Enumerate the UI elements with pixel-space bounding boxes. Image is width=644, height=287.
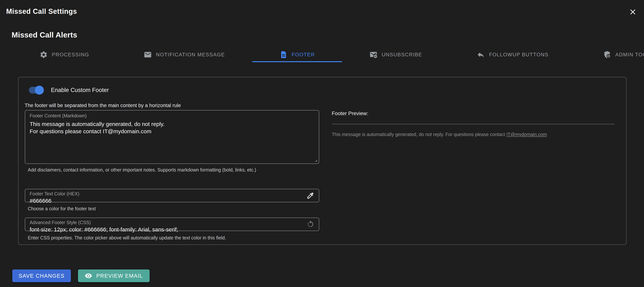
tab-label: ADMIN TOOLS [615, 52, 644, 58]
active-tab-underline [252, 61, 342, 62]
tab-admin-tools[interactable]: ADMIN TOOLS [576, 48, 644, 62]
preview-email-label: PREVIEW EMAIL [96, 273, 143, 279]
footer-css-helper: Enter CSS properties. The color picker a… [28, 235, 226, 240]
footer-css-label: Advanced Footer Style (CSS) [30, 220, 314, 225]
footer-color-helper: Choose a color for the footer text [28, 206, 96, 212]
document-icon [280, 50, 288, 59]
eyedropper-icon [306, 192, 314, 200]
tab-notification-message[interactable]: NOTIFICATION MESSAGE [116, 48, 252, 62]
preview-email-button[interactable]: PREVIEW EMAIL [78, 270, 150, 282]
preview-text-body: This message is automatically generated,… [332, 132, 506, 137]
footer-settings-panel: Enable Custom Footer The footer will be … [18, 77, 626, 245]
tab-unsubscribe[interactable]: UNSUBSCRIBE [342, 48, 450, 62]
footer-content-helper: Add disclaimers, contact information, or… [28, 167, 256, 172]
reply-arrow-icon [477, 50, 485, 59]
footer-css-value: font-size: 12px; color: #666666; font-fa… [30, 226, 314, 233]
page-title: Missed Call Settings [6, 8, 77, 16]
enable-custom-footer-row: Enable Custom Footer [29, 86, 109, 95]
missed-call-settings-dialog: Missed Call Settings Missed Call Alerts … [0, 0, 644, 287]
footer-color-value: #666666 [30, 198, 314, 204]
footer-content-label: Footer Content (Markdown) [30, 113, 314, 118]
footer-description: The footer will be separated from the ma… [25, 103, 181, 108]
textarea-resize-handle[interactable] [314, 158, 318, 162]
toggle-label: Enable Custom Footer [51, 87, 109, 94]
advanced-footer-style-input[interactable]: Advanced Footer Style (CSS) font-size: 1… [25, 218, 319, 231]
tab-followup-buttons[interactable]: FOLLOWUP BUTTONS [450, 48, 576, 62]
gear-icon [40, 50, 48, 59]
reset-style-button[interactable] [305, 219, 316, 230]
close-icon [628, 8, 637, 16]
footer-content-value: This message is automatically generated,… [30, 120, 314, 135]
footer-preview-title: Footer Preview: [332, 110, 614, 116]
section-heading: Missed Call Alerts [12, 30, 77, 39]
unsubscribe-mail-icon [370, 50, 378, 59]
tab-label: UNSUBSCRIBE [382, 52, 422, 58]
mail-icon [144, 50, 152, 59]
tab-footer[interactable]: FOOTER [252, 48, 342, 62]
admin-shield-icon [603, 50, 611, 59]
tab-label: NOTIFICATION MESSAGE [156, 52, 225, 58]
tab-bar: PROCESSING NOTIFICATION MESSAGE FOOTER [12, 48, 644, 62]
footer-content-textarea[interactable]: Footer Content (Markdown) This message i… [25, 110, 319, 164]
action-bar: SAVE CHANGES PREVIEW EMAIL [12, 270, 150, 282]
eye-icon [85, 272, 92, 280]
tab-label: FOLLOWUP BUTTONS [489, 52, 548, 58]
restore-icon [306, 220, 314, 228]
enable-custom-footer-toggle[interactable] [29, 86, 44, 95]
preview-email-link[interactable]: IT@mydomain.com [506, 132, 547, 137]
tab-processing[interactable]: PROCESSING [12, 48, 116, 62]
color-picker-button[interactable] [305, 190, 316, 201]
footer-preview-section: Footer Preview: This message is automati… [332, 110, 614, 138]
footer-text-color-input[interactable]: Footer Text Color (HEX) #666666 [25, 189, 319, 202]
footer-preview-text: This message is automatically generated,… [332, 131, 614, 138]
close-button[interactable] [627, 6, 638, 18]
tab-label: FOOTER [292, 52, 315, 58]
tab-label: PROCESSING [52, 52, 89, 58]
preview-horizontal-rule [332, 124, 614, 124]
save-changes-button[interactable]: SAVE CHANGES [12, 270, 71, 282]
footer-color-label: Footer Text Color (HEX) [30, 191, 314, 196]
toggle-thumb [35, 86, 44, 94]
